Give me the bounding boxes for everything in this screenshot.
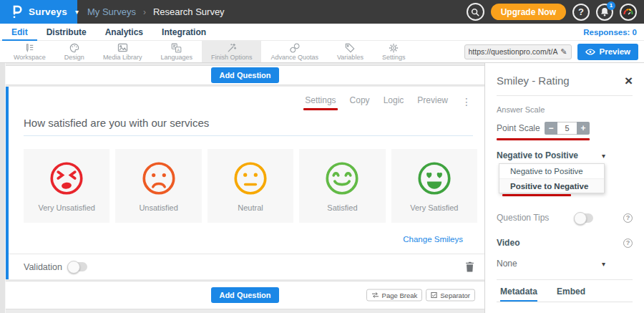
page-break-button[interactable]: Page Break (366, 289, 423, 302)
workspace-icon (24, 43, 34, 53)
toolbar-item-advance-quotas[interactable]: Advance Quotas (261, 41, 328, 62)
search-icon (471, 8, 479, 16)
survey-url-box: ✎ (464, 44, 572, 59)
decrease-scale-button[interactable]: − (545, 122, 557, 135)
panel-divider (497, 279, 633, 280)
question-mark-icon: ? (578, 6, 584, 17)
scale-direction-dropdown[interactable]: Negative to Positive ▾ (497, 150, 633, 160)
palette-icon (69, 43, 79, 53)
add-question-top-strip: Add Question (6, 65, 484, 85)
question-tips-help-icon[interactable]: ? (623, 213, 633, 223)
chevron-down-icon: ▾ (602, 152, 605, 160)
toolbar-item-settings[interactable]: Settings (373, 41, 415, 62)
question-title[interactable]: How satisfied are you with our services (24, 117, 470, 129)
notifications-button[interactable]: 1 (596, 4, 613, 21)
toolbar-item-workspace[interactable]: Workspace (4, 41, 55, 62)
smiley-option-very-satisfied[interactable]: Very Satisfied (391, 149, 477, 223)
preview-button[interactable]: Preview (577, 44, 638, 60)
search-button[interactable] (467, 3, 484, 21)
video-help-icon[interactable]: ? (623, 239, 633, 248)
gauge-avatar-icon (623, 6, 634, 18)
annotation-underline-point-scale (497, 138, 590, 140)
add-question-button-bottom[interactable]: Add Question (211, 287, 278, 303)
smiley-option-neutral[interactable]: Neutral (208, 149, 293, 223)
kebab-menu-icon[interactable]: ⋮ (462, 98, 472, 105)
very-unsatisfied-smiley-icon (48, 160, 85, 197)
validation-row: Validation (9, 254, 484, 274)
toolbar-item-design[interactable]: Design (55, 41, 94, 62)
scale-direction-value: Negative to Positive (497, 150, 578, 160)
breadcrumb: My Surveys › Research Survey (87, 0, 225, 24)
tag-icon (345, 43, 355, 53)
toolbar-item-languages[interactable]: A Languages (151, 41, 202, 62)
strip-chips: Page Break Separator (366, 289, 475, 302)
delete-question-button[interactable] (465, 261, 474, 272)
survey-editor-app: Surveys ▾ My Surveys › Research Survey U… (0, 0, 644, 313)
add-question-bottom-strip: Add Question Page Break Separator (6, 281, 484, 309)
satisfied-smiley-icon (323, 160, 361, 197)
question-tab-logic[interactable]: Logic (384, 95, 404, 108)
editor-toolbar: Workspace Design Media Libr (0, 41, 644, 63)
responses-count[interactable]: Responses: 0 (583, 28, 637, 37)
close-icon[interactable]: × (625, 76, 633, 86)
validation-toggle[interactable] (68, 262, 87, 271)
help-button[interactable]: ? (572, 4, 590, 21)
breadcrumb-current-survey: Research Survey (153, 6, 225, 17)
unsatisfied-smiley-icon (140, 160, 177, 197)
video-label: Video (497, 238, 519, 248)
video-dropdown[interactable]: None ▾ (497, 259, 633, 269)
product-menu[interactable]: Surveys ▾ (0, 0, 77, 24)
chevron-down-icon: ▾ (602, 260, 605, 268)
change-smileys-link[interactable]: Change Smileys (403, 235, 463, 244)
toolbar-item-variables[interactable]: Variables (328, 41, 373, 62)
answer-scale-label: Answer Scale (497, 105, 633, 114)
survey-nav: Edit Distribute Analytics Integration Re… (0, 24, 644, 41)
question-card: Settings Copy Logic Preview ⋮ How satisf… (6, 87, 484, 279)
panel-divider (497, 95, 633, 96)
questionpro-logo-icon (11, 5, 22, 19)
eye-icon (585, 49, 595, 55)
translate-icon: A (171, 43, 182, 53)
product-name: Surveys (29, 6, 67, 17)
separator-button[interactable]: Separator (426, 289, 475, 302)
trash-icon (465, 261, 474, 272)
increase-scale-button[interactable]: + (577, 122, 590, 135)
nav-tab-distribute[interactable]: Distribute (37, 24, 96, 41)
add-question-button-top[interactable]: Add Question (211, 67, 278, 83)
question-tab-preview[interactable]: Preview (417, 95, 448, 108)
nav-tab-edit[interactable]: Edit (2, 24, 37, 41)
editor-column: Add Question Settings Copy Logic Preview… (0, 63, 484, 313)
toolbar-item-media-library[interactable]: Media Library (94, 41, 152, 62)
separator-checkbox-icon (431, 292, 437, 299)
question-title-underline (24, 135, 473, 136)
nav-tab-analytics[interactable]: Analytics (96, 24, 152, 41)
edit-url-icon[interactable]: ✎ (560, 47, 567, 57)
panel-tabs: Metadata Embed (497, 286, 633, 302)
point-scale-value[interactable] (557, 122, 577, 135)
tab-embed[interactable]: Embed (557, 286, 585, 302)
question-tab-copy[interactable]: Copy (350, 95, 370, 108)
point-scale-row: Point Scale − + (497, 122, 633, 135)
point-scale-stepper: − + (545, 122, 590, 135)
question-tab-settings[interactable]: Settings (305, 95, 336, 108)
point-scale-label: Point Scale (497, 123, 540, 133)
smiley-option-unsatisfied[interactable]: Unsatisfied (115, 149, 201, 223)
question-tips-row: Question Tips ? (497, 213, 633, 223)
nav-tab-integration[interactable]: Integration (152, 24, 215, 41)
breadcrumb-my-surveys[interactable]: My Surveys (87, 6, 136, 17)
smiley-option-satisfied[interactable]: Satisfied (299, 149, 385, 223)
annotation-underline-option (502, 194, 571, 196)
image-icon (117, 43, 128, 53)
smiley-scale: Very Unsatisfied Unsatisfied (24, 149, 477, 223)
toolbar-item-finish-options[interactable]: Finish Options (202, 41, 262, 62)
question-tips-toggle[interactable] (575, 213, 593, 223)
tab-metadata[interactable]: Metadata (500, 286, 537, 302)
menu-option-positive-to-negative[interactable]: Positive to Negative (499, 178, 604, 193)
survey-url-input[interactable] (469, 47, 561, 56)
menu-option-negative-to-positive[interactable]: Negative to Positive (499, 164, 604, 178)
upgrade-now-button[interactable]: Upgrade Now (491, 4, 566, 20)
avatar[interactable] (620, 4, 637, 21)
smiley-option-very-unsatisfied[interactable]: Very Unsatisfied (24, 149, 109, 223)
question-card-actions: Settings Copy Logic Preview ⋮ (9, 95, 484, 108)
topbar-actions: Upgrade Now ? 1 (467, 0, 644, 24)
